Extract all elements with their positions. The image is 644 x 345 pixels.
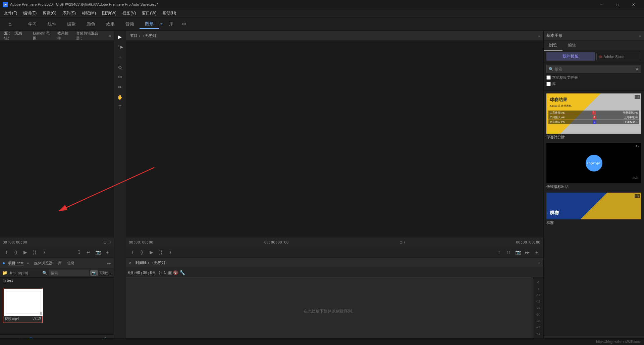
local-template-checkbox-label[interactable]: 本地模板文件夹 (546, 75, 578, 80)
source-insert[interactable]: ↧ (75, 249, 83, 256)
program-extract[interactable]: ↑↑ (505, 249, 512, 256)
program-play[interactable]: ▶ (148, 249, 155, 256)
tool-rate-stretch[interactable]: ◇ (115, 62, 125, 72)
tmpl1-bg: 球赛结果Adobe 足球世界杯 山东鲁能 AE 2 华夏幸福 PK 广州恒大 A… (546, 93, 641, 134)
essential-graphics-menu[interactable]: ≡ (639, 33, 641, 38)
project-tab-libraries[interactable]: 库 (58, 261, 62, 266)
menu-window[interactable]: 窗口(W) (139, 9, 159, 17)
minimize-button[interactable]: − (594, 0, 609, 9)
source-tab-audio-mix[interactable]: 音频剪辑混合器： (75, 30, 104, 42)
tab-edit-graphics[interactable]: 编辑 (562, 41, 581, 51)
workspace-more-button[interactable]: >> (179, 20, 189, 28)
search-star-icon[interactable]: ★ (635, 67, 639, 71)
tab-effects[interactable]: 效果 (101, 20, 120, 28)
program-add[interactable]: + (533, 249, 540, 256)
tab-assembly[interactable]: 组件 (42, 20, 62, 28)
program-export-frame[interactable]: 📷 (514, 249, 522, 256)
tab-color[interactable]: 颜色 (81, 20, 101, 28)
program-panel-menu[interactable]: ≡ (538, 33, 540, 38)
source-mark-in[interactable]: ⟨ (3, 249, 10, 256)
tool-type[interactable]: T (115, 102, 125, 112)
source-panel-menu-icon[interactable]: ≡ (108, 33, 111, 38)
tool-pen[interactable]: ✏ (115, 82, 125, 92)
search-row: 🔍 ★ (546, 65, 641, 73)
timeline-tool-4[interactable]: 🔇 (173, 270, 178, 275)
source-more[interactable]: + (104, 249, 111, 256)
source-export-frame[interactable]: 📷 (94, 249, 102, 256)
menu-bar: 文件(F) 编辑(E) 剪辑(C) 序列(S) 标记(M) 图形(W) 视图(V… (0, 9, 644, 17)
timeline-tab[interactable]: 时间轴：（无序列） (134, 260, 170, 266)
local-template-label: 本地模板文件夹 (552, 75, 578, 80)
source-play[interactable]: ▶ (21, 249, 29, 256)
project-tab-project[interactable]: 项目: test (8, 261, 23, 266)
source-step-back[interactable]: ⟨⟨ (12, 249, 19, 256)
program-lift[interactable]: ↑ (495, 249, 503, 256)
project-tab-menu[interactable]: ≡ (27, 261, 29, 265)
menu-help[interactable]: 帮助(H) (160, 9, 179, 17)
program-step-forward[interactable]: ⟩⟩ (157, 249, 164, 256)
source-tab-source[interactable]: 源：（无剪辑） (3, 30, 29, 42)
tmpl1-rows: 山东鲁能 AE 2 华夏幸福 PK 广州恒大 AE 3 上海中花 IN 北京国安… (546, 110, 641, 125)
timeline-close-icon[interactable]: ✕ (129, 261, 131, 265)
source-mark-out[interactable]: ⟩ (40, 249, 48, 256)
maximize-button[interactable]: □ (610, 0, 625, 9)
project-tab-info[interactable]: 信息 (67, 261, 74, 266)
program-timecode-left: 00;00;00;00 (129, 240, 153, 245)
source-tab-lumetri[interactable]: Lumetri 范围 (32, 30, 53, 42)
tool-hand[interactable]: ✋ (115, 92, 125, 102)
home-button[interactable]: ⌂ (4, 18, 16, 30)
tab-learn[interactable]: 学习 (23, 20, 42, 28)
program-step-back[interactable]: ⟨⟨ (138, 249, 146, 256)
menu-file[interactable]: 文件(F) (1, 9, 20, 17)
menu-view[interactable]: 视图(V) (120, 9, 139, 17)
timeline-tool-1[interactable]: ⟨⟩ (159, 270, 162, 275)
file-info: 视频.mp4 59:19 (4, 316, 42, 322)
adobe-stock-button[interactable]: St Adobe Stock (596, 53, 642, 60)
tool-ripple-edit[interactable]: ↔ (115, 52, 125, 62)
local-template-checkbox[interactable] (546, 75, 551, 80)
library-checkbox[interactable] (546, 82, 551, 86)
timeline-tool-3[interactable]: ▣ (168, 270, 172, 275)
source-tab-effects[interactable]: 效果控件 (56, 30, 72, 42)
project-more-icon[interactable]: ▸▸ (107, 261, 111, 266)
timeline-panel-menu[interactable]: ≡ (538, 261, 540, 265)
new-bin-button[interactable]: 📷 (90, 270, 98, 276)
tab-audio[interactable]: 音频 (120, 20, 140, 28)
menu-marker[interactable]: 标记(M) (79, 9, 99, 17)
menu-sequence[interactable]: 序列(S) (60, 9, 78, 17)
timeline-header: ✕ 时间轴：（无序列） ≡ (126, 258, 543, 268)
tmpl2-bg: LogoType 出品 (546, 143, 641, 183)
template-diagonal-blue[interactable]: 群赛 Fx 群赛 (546, 193, 641, 225)
center-panel: 节目：（无序列） ≡ 00;00;00;00 00;00;00;00 ⊡ ⟩ 0… (126, 31, 543, 345)
title-bar: Pr Adobe Premiere Pro 2020 - C:\用户\29463… (0, 0, 644, 9)
program-more[interactable]: ▸▸ (524, 249, 531, 256)
template-search-input[interactable] (553, 67, 635, 71)
tmpl1-label: 球赛计分牌 (546, 135, 641, 140)
source-step-forward[interactable]: ⟩⟩ (31, 249, 38, 256)
template-logo[interactable]: LogoType 出品 Fx 传统徽标出品 (546, 143, 641, 189)
project-search-input[interactable] (49, 270, 89, 276)
program-mark-in[interactable]: ⟨ (129, 249, 136, 256)
menu-clip[interactable]: 剪辑(C) (40, 9, 59, 17)
menu-graphics[interactable]: 图形(W) (99, 9, 119, 17)
timeline-tool-5[interactable]: 🔧 (179, 270, 185, 275)
menu-edit[interactable]: 编辑(E) (20, 9, 39, 17)
source-overwrite[interactable]: ↩ (85, 249, 92, 256)
tool-select[interactable]: ▶ (115, 32, 125, 42)
tmpl2-circle: LogoType (586, 155, 602, 171)
tab-edit[interactable]: 编辑 (62, 20, 81, 28)
tab-browse[interactable]: 浏览 (544, 41, 562, 51)
tab-libraries[interactable]: 库 (164, 20, 179, 28)
close-button[interactable]: ✕ (626, 0, 641, 9)
library-checkbox-label[interactable]: 库 (546, 81, 556, 86)
program-mark-out[interactable]: ⟩ (166, 249, 174, 256)
tool-track-select[interactable]: ⋮▶ (115, 42, 125, 52)
tool-razor[interactable]: ✂ (115, 72, 125, 82)
tab-graphics[interactable]: 图形 (140, 19, 159, 29)
template-soccer-scoreboard[interactable]: 球赛结果Adobe 足球世界杯 山东鲁能 AE 2 华夏幸福 PK 广州恒大 A… (546, 93, 641, 140)
project-tab-media-browser[interactable]: 媒体浏览器 (34, 261, 53, 266)
program-tab[interactable]: 节目：（无序列） (129, 32, 161, 39)
my-templates-button[interactable]: 我的模板 (546, 52, 595, 61)
video-file-item[interactable]: ⊞ 视频.mp4 59:19 (3, 288, 43, 323)
timeline-tool-2[interactable]: ↻ (163, 270, 167, 275)
